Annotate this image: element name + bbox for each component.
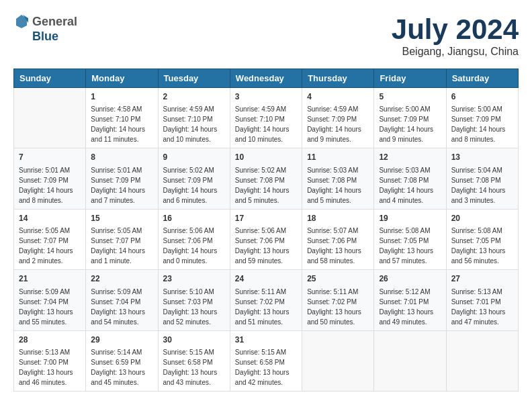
day-number: 24 [235, 273, 297, 285]
day-number: 11 [307, 152, 369, 163]
col-saturday: Saturday [446, 69, 518, 88]
day-info: Sunrise: 5:06 AM Sunset: 7:06 PM Dayligh… [163, 226, 225, 266]
day-info: Sunrise: 5:06 AM Sunset: 7:06 PM Dayligh… [235, 226, 297, 266]
calendar-cell: 19Sunrise: 5:08 AM Sunset: 7:05 PM Dayli… [374, 209, 446, 269]
day-info: Sunrise: 4:59 AM Sunset: 7:10 PM Dayligh… [163, 104, 225, 144]
day-number: 30 [163, 334, 225, 346]
calendar-cell: 11Sunrise: 5:03 AM Sunset: 7:08 PM Dayli… [302, 148, 374, 209]
col-monday: Monday [86, 69, 158, 88]
calendar-cell: 30Sunrise: 5:15 AM Sunset: 6:58 PM Dayli… [158, 330, 230, 391]
col-tuesday: Tuesday [158, 69, 230, 88]
day-number: 9 [163, 152, 225, 163]
day-info: Sunrise: 5:01 AM Sunset: 7:09 PM Dayligh… [91, 165, 152, 205]
calendar-cell: 1Sunrise: 4:58 AM Sunset: 7:10 PM Daylig… [86, 88, 158, 148]
calendar-cell: 16Sunrise: 5:06 AM Sunset: 7:06 PM Dayli… [158, 209, 230, 269]
calendar-week-row: 1Sunrise: 4:58 AM Sunset: 7:10 PM Daylig… [14, 88, 519, 148]
day-info: Sunrise: 5:08 AM Sunset: 7:05 PM Dayligh… [451, 226, 513, 266]
logo-blue-text: Blue [32, 30, 77, 44]
day-info: Sunrise: 4:58 AM Sunset: 7:10 PM Dayligh… [91, 104, 152, 144]
page-header: General Blue July 2024 Beigang, Jiangsu,… [13, 13, 519, 58]
day-number: 26 [379, 273, 441, 285]
calendar-cell: 13Sunrise: 5:04 AM Sunset: 7:08 PM Dayli… [446, 148, 518, 209]
calendar-week-row: 14Sunrise: 5:05 AM Sunset: 7:07 PM Dayli… [14, 209, 519, 269]
logo-icon [13, 13, 30, 30]
calendar-cell: 9Sunrise: 5:02 AM Sunset: 7:09 PM Daylig… [158, 148, 230, 209]
calendar-cell [374, 330, 446, 391]
day-info: Sunrise: 5:07 AM Sunset: 7:06 PM Dayligh… [307, 226, 369, 266]
day-number: 23 [163, 273, 225, 285]
title-block: July 2024 Beigang, Jiangsu, China [392, 13, 519, 58]
calendar-cell [14, 88, 86, 148]
day-number: 2 [163, 91, 225, 103]
col-friday: Friday [374, 69, 446, 88]
page-title: July 2024 [392, 13, 519, 46]
col-sunday: Sunday [14, 69, 86, 88]
col-thursday: Thursday [302, 69, 374, 88]
day-info: Sunrise: 5:09 AM Sunset: 7:04 PM Dayligh… [19, 287, 81, 327]
day-info: Sunrise: 5:12 AM Sunset: 7:01 PM Dayligh… [379, 287, 441, 327]
calendar-cell: 12Sunrise: 5:03 AM Sunset: 7:08 PM Dayli… [374, 148, 446, 209]
calendar-cell: 22Sunrise: 5:09 AM Sunset: 7:04 PM Dayli… [86, 270, 158, 330]
day-number: 8 [91, 152, 152, 163]
calendar-cell: 5Sunrise: 5:00 AM Sunset: 7:09 PM Daylig… [374, 88, 446, 148]
calendar-cell: 2Sunrise: 4:59 AM Sunset: 7:10 PM Daylig… [158, 88, 230, 148]
page-subtitle: Beigang, Jiangsu, China [392, 46, 519, 58]
calendar-cell: 24Sunrise: 5:11 AM Sunset: 7:02 PM Dayli… [230, 270, 302, 330]
day-number: 16 [163, 213, 225, 224]
calendar-cell: 8Sunrise: 5:01 AM Sunset: 7:09 PM Daylig… [86, 148, 158, 209]
day-info: Sunrise: 5:13 AM Sunset: 7:00 PM Dayligh… [19, 347, 81, 387]
calendar-cell: 31Sunrise: 5:15 AM Sunset: 6:58 PM Dayli… [230, 330, 302, 391]
calendar-cell: 20Sunrise: 5:08 AM Sunset: 7:05 PM Dayli… [446, 209, 518, 269]
day-number: 22 [91, 273, 152, 285]
calendar-cell: 28Sunrise: 5:13 AM Sunset: 7:00 PM Dayli… [14, 330, 86, 391]
day-number: 6 [451, 91, 513, 103]
day-info: Sunrise: 5:01 AM Sunset: 7:09 PM Dayligh… [19, 165, 81, 205]
day-info: Sunrise: 5:05 AM Sunset: 7:07 PM Dayligh… [91, 226, 152, 266]
day-info: Sunrise: 5:00 AM Sunset: 7:09 PM Dayligh… [379, 104, 441, 144]
calendar-cell: 27Sunrise: 5:13 AM Sunset: 7:01 PM Dayli… [446, 270, 518, 330]
day-info: Sunrise: 4:59 AM Sunset: 7:10 PM Dayligh… [235, 104, 297, 144]
day-number: 1 [91, 91, 152, 103]
day-info: Sunrise: 5:10 AM Sunset: 7:03 PM Dayligh… [163, 287, 225, 327]
day-info: Sunrise: 5:11 AM Sunset: 7:02 PM Dayligh… [307, 287, 369, 327]
calendar-week-row: 7Sunrise: 5:01 AM Sunset: 7:09 PM Daylig… [14, 148, 519, 209]
day-info: Sunrise: 5:13 AM Sunset: 7:01 PM Dayligh… [451, 287, 513, 327]
calendar-table: Sunday Monday Tuesday Wednesday Thursday… [13, 68, 519, 392]
day-info: Sunrise: 5:11 AM Sunset: 7:02 PM Dayligh… [235, 287, 297, 327]
day-number: 3 [235, 91, 297, 103]
day-number: 21 [19, 273, 81, 285]
day-info: Sunrise: 5:04 AM Sunset: 7:08 PM Dayligh… [451, 165, 513, 205]
calendar-cell: 10Sunrise: 5:02 AM Sunset: 7:08 PM Dayli… [230, 148, 302, 209]
day-number: 10 [235, 152, 297, 163]
day-info: Sunrise: 5:09 AM Sunset: 7:04 PM Dayligh… [91, 287, 152, 327]
day-number: 25 [307, 273, 369, 285]
day-info: Sunrise: 5:02 AM Sunset: 7:09 PM Dayligh… [163, 165, 225, 205]
day-number: 31 [235, 334, 297, 346]
calendar-cell: 18Sunrise: 5:07 AM Sunset: 7:06 PM Dayli… [302, 209, 374, 269]
day-info: Sunrise: 5:03 AM Sunset: 7:08 PM Dayligh… [307, 165, 369, 205]
day-info: Sunrise: 5:02 AM Sunset: 7:08 PM Dayligh… [235, 165, 297, 205]
day-number: 4 [307, 91, 369, 103]
col-wednesday: Wednesday [230, 69, 302, 88]
calendar-cell: 21Sunrise: 5:09 AM Sunset: 7:04 PM Dayli… [14, 270, 86, 330]
calendar-cell: 14Sunrise: 5:05 AM Sunset: 7:07 PM Dayli… [14, 209, 86, 269]
calendar-cell: 23Sunrise: 5:10 AM Sunset: 7:03 PM Dayli… [158, 270, 230, 330]
day-number: 17 [235, 213, 297, 224]
day-number: 5 [379, 91, 441, 103]
calendar-header-row: Sunday Monday Tuesday Wednesday Thursday… [14, 69, 519, 88]
day-number: 18 [307, 213, 369, 224]
day-info: Sunrise: 5:15 AM Sunset: 6:58 PM Dayligh… [163, 347, 225, 387]
day-number: 15 [91, 213, 152, 224]
day-number: 12 [379, 152, 441, 163]
calendar-cell: 26Sunrise: 5:12 AM Sunset: 7:01 PM Dayli… [374, 270, 446, 330]
calendar-cell [302, 330, 374, 391]
logo: General Blue [13, 13, 77, 44]
calendar-week-row: 21Sunrise: 5:09 AM Sunset: 7:04 PM Dayli… [14, 270, 519, 330]
calendar-cell: 6Sunrise: 5:00 AM Sunset: 7:09 PM Daylig… [446, 88, 518, 148]
day-number: 28 [19, 334, 81, 346]
day-info: Sunrise: 5:00 AM Sunset: 7:09 PM Dayligh… [451, 104, 513, 144]
day-info: Sunrise: 5:03 AM Sunset: 7:08 PM Dayligh… [379, 165, 441, 205]
day-info: Sunrise: 5:15 AM Sunset: 6:58 PM Dayligh… [235, 347, 297, 387]
day-number: 13 [451, 152, 513, 163]
day-number: 29 [91, 334, 152, 346]
